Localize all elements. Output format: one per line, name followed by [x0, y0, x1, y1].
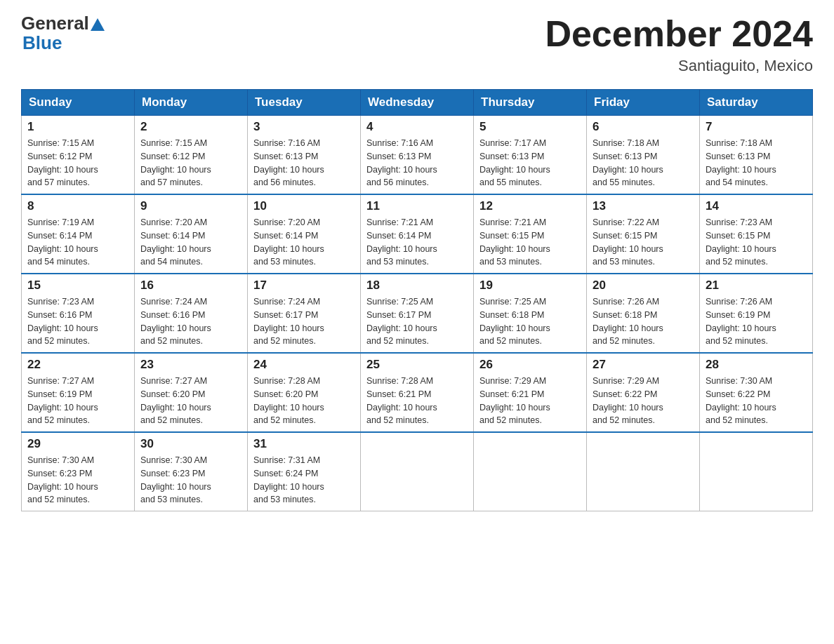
day-info: Sunrise: 7:29 AMSunset: 6:21 PMDaylight:… [479, 375, 581, 427]
day-number: 20 [593, 279, 694, 293]
day-number: 30 [140, 437, 241, 451]
logo-text: General [21, 14, 106, 32]
calendar-cell: 1Sunrise: 7:15 AMSunset: 6:12 PMDaylight… [22, 116, 135, 195]
day-info: Sunrise: 7:26 AMSunset: 6:19 PMDaylight:… [706, 295, 807, 348]
calendar-cell: 16Sunrise: 7:24 AMSunset: 6:16 PMDayligh… [135, 274, 248, 353]
day-number: 9 [140, 199, 241, 213]
calendar-cell [587, 432, 700, 511]
calendar-cell: 30Sunrise: 7:30 AMSunset: 6:23 PMDayligh… [135, 432, 248, 511]
weekday-header-saturday: Saturday [700, 90, 813, 116]
day-number: 4 [366, 120, 468, 134]
calendar-cell [474, 432, 587, 511]
day-number: 2 [140, 120, 241, 134]
day-number: 6 [593, 120, 694, 134]
day-number: 21 [706, 279, 807, 293]
day-info: Sunrise: 7:26 AMSunset: 6:18 PMDaylight:… [593, 295, 694, 348]
day-number: 7 [706, 120, 807, 134]
day-number: 19 [479, 279, 581, 293]
calendar-cell: 9Sunrise: 7:20 AMSunset: 6:14 PMDaylight… [135, 194, 248, 274]
calendar-cell: 26Sunrise: 7:29 AMSunset: 6:21 PMDayligh… [474, 353, 587, 432]
day-info: Sunrise: 7:19 AMSunset: 6:14 PMDaylight:… [27, 216, 128, 269]
calendar-week-row: 1Sunrise: 7:15 AMSunset: 6:12 PMDaylight… [22, 116, 813, 195]
calendar-cell: 24Sunrise: 7:28 AMSunset: 6:20 PMDayligh… [248, 353, 361, 432]
calendar-cell [700, 432, 813, 511]
day-info: Sunrise: 7:25 AMSunset: 6:17 PMDaylight:… [366, 295, 468, 348]
day-info: Sunrise: 7:23 AMSunset: 6:16 PMDaylight:… [27, 295, 128, 348]
day-info: Sunrise: 7:16 AMSunset: 6:13 PMDaylight:… [253, 137, 355, 189]
day-info: Sunrise: 7:27 AMSunset: 6:20 PMDaylight:… [140, 375, 241, 427]
day-number: 24 [253, 358, 355, 372]
month-title: December 2024 [545, 14, 813, 54]
day-number: 29 [27, 437, 128, 451]
day-info: Sunrise: 7:18 AMSunset: 6:13 PMDaylight:… [706, 137, 807, 189]
calendar-cell: 31Sunrise: 7:31 AMSunset: 6:24 PMDayligh… [248, 432, 361, 511]
day-info: Sunrise: 7:25 AMSunset: 6:18 PMDaylight:… [479, 295, 581, 348]
day-number: 15 [27, 279, 128, 293]
weekday-header-sunday: Sunday [22, 90, 135, 116]
day-number: 5 [479, 120, 581, 134]
calendar-cell: 25Sunrise: 7:28 AMSunset: 6:21 PMDayligh… [361, 353, 474, 432]
weekday-header-tuesday: Tuesday [248, 90, 361, 116]
calendar-week-row: 15Sunrise: 7:23 AMSunset: 6:16 PMDayligh… [22, 274, 813, 353]
day-number: 10 [253, 199, 355, 213]
day-number: 14 [706, 199, 807, 213]
day-info: Sunrise: 7:28 AMSunset: 6:20 PMDaylight:… [253, 375, 355, 427]
page-header: General Blue December 2024 Santiaguito, … [21, 14, 813, 75]
day-info: Sunrise: 7:17 AMSunset: 6:13 PMDaylight:… [479, 137, 581, 189]
day-number: 18 [366, 279, 468, 293]
day-info: Sunrise: 7:23 AMSunset: 6:15 PMDaylight:… [706, 216, 807, 269]
calendar-cell: 12Sunrise: 7:21 AMSunset: 6:15 PMDayligh… [474, 194, 587, 274]
weekday-header-thursday: Thursday [474, 90, 587, 116]
day-info: Sunrise: 7:20 AMSunset: 6:14 PMDaylight:… [253, 216, 355, 269]
day-info: Sunrise: 7:24 AMSunset: 6:17 PMDaylight:… [253, 295, 355, 348]
calendar-cell: 21Sunrise: 7:26 AMSunset: 6:19 PMDayligh… [700, 274, 813, 353]
weekday-header-monday: Monday [135, 90, 248, 116]
day-info: Sunrise: 7:18 AMSunset: 6:13 PMDaylight:… [593, 137, 694, 189]
day-number: 1 [27, 120, 128, 134]
calendar-week-row: 8Sunrise: 7:19 AMSunset: 6:14 PMDaylight… [22, 194, 813, 274]
logo: General Blue [21, 14, 106, 54]
weekday-header-wednesday: Wednesday [361, 90, 474, 116]
calendar-cell: 5Sunrise: 7:17 AMSunset: 6:13 PMDaylight… [474, 116, 587, 195]
calendar-cell: 19Sunrise: 7:25 AMSunset: 6:18 PMDayligh… [474, 274, 587, 353]
calendar-cell: 23Sunrise: 7:27 AMSunset: 6:20 PMDayligh… [135, 353, 248, 432]
day-info: Sunrise: 7:24 AMSunset: 6:16 PMDaylight:… [140, 295, 241, 348]
day-info: Sunrise: 7:28 AMSunset: 6:21 PMDaylight:… [366, 375, 468, 427]
day-number: 31 [253, 437, 355, 451]
calendar-cell: 18Sunrise: 7:25 AMSunset: 6:17 PMDayligh… [361, 274, 474, 353]
day-number: 28 [706, 358, 807, 372]
day-info: Sunrise: 7:21 AMSunset: 6:15 PMDaylight:… [479, 216, 581, 269]
day-info: Sunrise: 7:15 AMSunset: 6:12 PMDaylight:… [27, 137, 128, 189]
logo-general: General [21, 14, 89, 32]
day-info: Sunrise: 7:20 AMSunset: 6:14 PMDaylight:… [140, 216, 241, 269]
calendar-cell: 15Sunrise: 7:23 AMSunset: 6:16 PMDayligh… [22, 274, 135, 353]
day-info: Sunrise: 7:30 AMSunset: 6:23 PMDaylight:… [140, 454, 241, 507]
title-block: December 2024 Santiaguito, Mexico [545, 14, 813, 75]
day-number: 3 [253, 120, 355, 134]
day-number: 17 [253, 279, 355, 293]
calendar-week-row: 22Sunrise: 7:27 AMSunset: 6:19 PMDayligh… [22, 353, 813, 432]
calendar-table: SundayMondayTuesdayWednesdayThursdayFrid… [21, 89, 813, 511]
calendar-cell: 10Sunrise: 7:20 AMSunset: 6:14 PMDayligh… [248, 194, 361, 274]
day-number: 23 [140, 358, 241, 372]
calendar-cell: 14Sunrise: 7:23 AMSunset: 6:15 PMDayligh… [700, 194, 813, 274]
day-info: Sunrise: 7:30 AMSunset: 6:23 PMDaylight:… [27, 454, 128, 507]
calendar-cell: 8Sunrise: 7:19 AMSunset: 6:14 PMDaylight… [22, 194, 135, 274]
calendar-cell: 4Sunrise: 7:16 AMSunset: 6:13 PMDaylight… [361, 116, 474, 195]
calendar-cell [361, 432, 474, 511]
calendar-cell: 29Sunrise: 7:30 AMSunset: 6:23 PMDayligh… [22, 432, 135, 511]
calendar-cell: 28Sunrise: 7:30 AMSunset: 6:22 PMDayligh… [700, 353, 813, 432]
day-info: Sunrise: 7:27 AMSunset: 6:19 PMDaylight:… [27, 375, 128, 427]
calendar-cell: 27Sunrise: 7:29 AMSunset: 6:22 PMDayligh… [587, 353, 700, 432]
calendar-cell: 17Sunrise: 7:24 AMSunset: 6:17 PMDayligh… [248, 274, 361, 353]
day-number: 26 [479, 358, 581, 372]
day-number: 8 [27, 199, 128, 213]
calendar-cell: 3Sunrise: 7:16 AMSunset: 6:13 PMDaylight… [248, 116, 361, 195]
calendar-week-row: 29Sunrise: 7:30 AMSunset: 6:23 PMDayligh… [22, 432, 813, 511]
logo-blue: Blue [22, 32, 62, 53]
calendar-cell: 20Sunrise: 7:26 AMSunset: 6:18 PMDayligh… [587, 274, 700, 353]
day-number: 12 [479, 199, 581, 213]
logo-triangle-icon [91, 18, 105, 31]
calendar-cell: 6Sunrise: 7:18 AMSunset: 6:13 PMDaylight… [587, 116, 700, 195]
day-info: Sunrise: 7:16 AMSunset: 6:13 PMDaylight:… [366, 137, 468, 189]
